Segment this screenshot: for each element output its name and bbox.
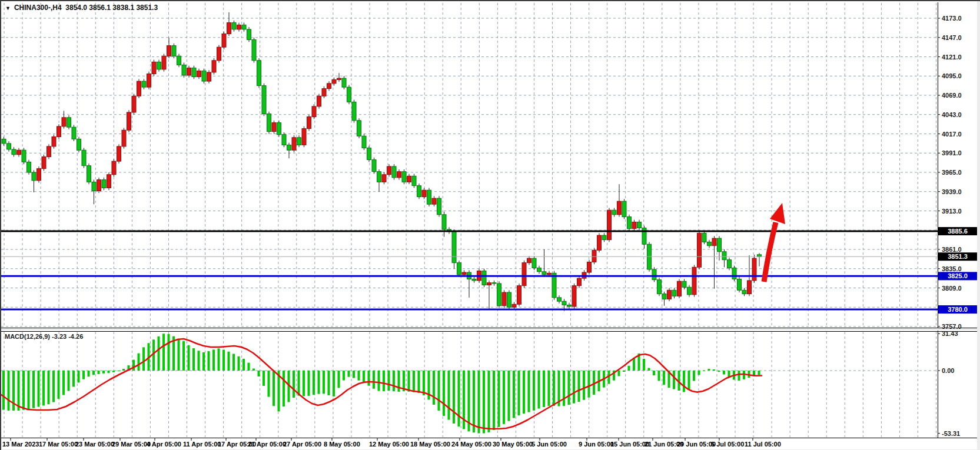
macd-bar xyxy=(122,369,125,371)
candle-body xyxy=(47,146,51,157)
macd-bar xyxy=(393,371,395,391)
time-tick-label: 13 Mar 2023 xyxy=(2,441,39,448)
macd-bar xyxy=(28,371,30,409)
macd-bar xyxy=(212,349,215,371)
candle-body xyxy=(162,56,166,69)
macd-bar xyxy=(523,371,525,414)
price-tick-label: 3835.0 xyxy=(942,265,962,272)
macd-bar xyxy=(688,371,690,389)
price-tick-label: 3913.0 xyxy=(942,208,962,215)
candle-body xyxy=(758,255,762,256)
candle-body xyxy=(292,138,296,150)
macd-bar xyxy=(358,371,360,381)
macd-bar xyxy=(538,371,540,409)
macd-bar xyxy=(478,371,480,434)
candle-body xyxy=(702,233,706,242)
macd-bar xyxy=(92,371,95,375)
candle-body xyxy=(172,46,176,56)
macd-bar xyxy=(318,371,320,394)
candle-body xyxy=(697,233,702,267)
candle-body xyxy=(57,126,61,137)
candle-body xyxy=(22,150,26,162)
candle-body xyxy=(417,186,421,197)
candle-body xyxy=(27,162,31,172)
candle-body xyxy=(537,268,542,271)
candle-body xyxy=(122,130,126,146)
macd-bar xyxy=(493,371,495,430)
candle-body xyxy=(472,279,476,281)
macd-bar xyxy=(72,371,75,387)
macd-bar xyxy=(238,356,240,371)
candle-body xyxy=(147,74,151,87)
trading-chart-window: 4173.04147.04121.04095.04069.04043.04017… xyxy=(0,0,980,450)
candle-body xyxy=(42,157,46,169)
candle-body xyxy=(297,138,301,145)
macd-bar xyxy=(458,371,460,426)
candle-body xyxy=(687,287,692,295)
time-tick-label: 5 Jul 05:00 xyxy=(711,441,744,448)
candle-body xyxy=(752,258,756,281)
candle-body xyxy=(727,260,732,268)
time-tick-label: 5 Jun 05:00 xyxy=(531,441,567,448)
price-tick-label: 3965.0 xyxy=(942,169,962,176)
candle-body xyxy=(492,283,496,284)
candle-body xyxy=(222,34,226,47)
macd-bar xyxy=(618,371,620,376)
macd-bar xyxy=(513,371,515,418)
candle-body xyxy=(307,117,311,129)
candle-body xyxy=(192,68,196,76)
candle-body xyxy=(382,175,386,182)
time-tick-label: 24 May 05:00 xyxy=(451,441,491,448)
time-tick-label: 15 Jun 05:00 xyxy=(610,441,649,448)
candle-body xyxy=(742,290,746,294)
macd-bar xyxy=(78,371,80,382)
macd-bar xyxy=(408,371,410,392)
candle-body xyxy=(282,135,286,145)
macd-bar xyxy=(348,371,350,377)
candle-body xyxy=(507,292,511,307)
candle-body xyxy=(592,250,596,262)
candle-body xyxy=(102,180,106,188)
candle-body xyxy=(487,283,491,285)
candle-body xyxy=(132,96,136,112)
time-axis[interactable]: 13 Mar 202317 Mar 05:0023 Mar 05:0029 Ma… xyxy=(1,438,977,449)
candle-body xyxy=(67,118,71,127)
macd-bar xyxy=(162,334,165,371)
time-tick-label: 18 May 05:00 xyxy=(410,441,450,448)
candle-body xyxy=(652,269,656,280)
candle-body xyxy=(392,166,396,178)
candle-body xyxy=(397,172,401,178)
candle-body xyxy=(602,235,606,240)
candle-body xyxy=(577,278,582,286)
macd-bar xyxy=(268,371,270,397)
time-tick-label: 8 May 05:00 xyxy=(324,441,360,448)
time-tick-label: 29 Jun 05:00 xyxy=(677,441,716,448)
pane-divider[interactable] xyxy=(1,328,977,331)
macd-bar xyxy=(623,371,625,372)
macd-bar xyxy=(453,371,455,424)
time-tick-label: 27 Apr 05:00 xyxy=(283,441,321,448)
time-tick-label: 4 Apr 05:00 xyxy=(147,441,181,448)
macd-bar xyxy=(673,371,675,389)
symbol-dropdown-icon[interactable]: ▼ xyxy=(5,5,11,11)
macd-bar xyxy=(32,371,35,408)
macd-bar xyxy=(588,371,590,398)
macd-bar xyxy=(198,351,200,371)
candle-body xyxy=(667,290,672,299)
candle-body xyxy=(557,298,562,301)
candle-body xyxy=(377,172,381,182)
macd-bar xyxy=(188,345,190,371)
candle-body xyxy=(12,149,16,155)
candle-body xyxy=(17,150,21,155)
candle-body xyxy=(327,84,331,89)
macd-bar xyxy=(218,348,220,371)
time-tick-label: 21 Apr 05:00 xyxy=(248,441,286,448)
time-tick-label: 9 Jun 05:00 xyxy=(579,441,614,448)
candle-body xyxy=(187,68,191,75)
chart-canvas[interactable]: 4173.04147.04121.04095.04069.04043.04017… xyxy=(1,1,980,450)
candle-body xyxy=(442,215,446,229)
macd-bar xyxy=(368,371,370,386)
candle-body xyxy=(748,281,752,294)
candle-body xyxy=(32,172,36,181)
candle-body xyxy=(352,102,356,120)
